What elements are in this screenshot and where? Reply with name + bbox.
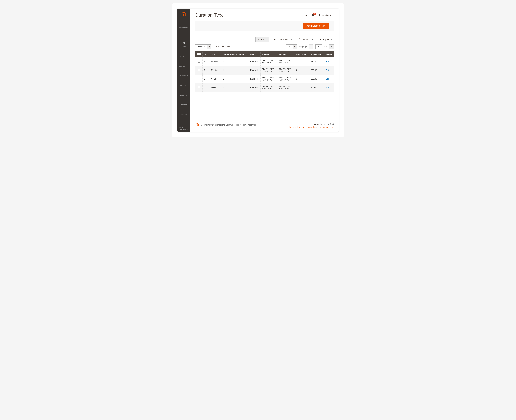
column-header[interactable]: Duration(Billing Cycle)	[221, 51, 249, 57]
eye-icon	[274, 38, 277, 41]
chevron-down-icon	[332, 15, 334, 15]
per-page-dropdown[interactable]: 20	[286, 45, 297, 49]
table-cell: Mar 28, 20244:22:14 PM	[277, 83, 295, 92]
table-cell	[195, 57, 203, 66]
table-cell: 1	[295, 83, 309, 92]
sidebar-item-catalog[interactable]: CATALOG	[177, 49, 190, 59]
magento-logo[interactable]	[177, 9, 190, 20]
sidebar-item-partners[interactable]: FIND PARTNERS & EXTENSIONS	[177, 119, 190, 132]
table-cell: Edit	[324, 83, 334, 92]
of-total: of 1	[324, 45, 327, 48]
filter-icon	[258, 38, 260, 41]
table-cell: Enabled	[249, 75, 261, 83]
table-cell: Mar 11, 20244:12:47 PM	[277, 75, 295, 83]
table-cell: $20.00	[309, 66, 324, 75]
search-button[interactable]	[304, 13, 308, 17]
sidebar-item-label: CATALOG	[180, 55, 187, 57]
table-cell: Enabled	[249, 66, 261, 75]
sidebar-item-sales[interactable]: $SALES	[177, 39, 190, 49]
table-row[interactable]: 4Daily1EnabledMar 28, 20244:22:14 PMMar …	[195, 83, 334, 92]
default-view-button[interactable]: Default View	[272, 37, 294, 42]
column-header[interactable]: Created	[261, 51, 277, 57]
per-page-label: per page	[299, 45, 307, 48]
sidebar-item-label: REPORTS	[180, 94, 187, 96]
user-menu[interactable]: adminnew	[318, 14, 334, 16]
table-cell	[195, 75, 203, 83]
sidebar-item-marketing[interactable]: MARKETING	[177, 68, 190, 78]
column-header[interactable]: Status	[249, 51, 261, 57]
table-cell: Monthly	[210, 66, 221, 75]
table-cell: Mar 11, 20244:12:47 PM	[277, 66, 295, 75]
chevron-right-icon	[331, 46, 332, 48]
export-icon	[319, 38, 322, 41]
sidebar-item-reports[interactable]: REPORTS	[177, 88, 190, 97]
table-cell: Weekly	[210, 57, 221, 66]
account-activity-link[interactable]: Account Activity	[303, 126, 317, 128]
column-header[interactable]: Sort Order	[295, 51, 309, 57]
table-cell: 4	[203, 83, 210, 92]
table-cell: 1	[295, 57, 309, 66]
edit-link[interactable]: Edit	[326, 60, 329, 63]
actions-bar: Add Duration Type	[195, 21, 334, 31]
footer-brand: Magento	[314, 123, 322, 125]
chevron-down-icon	[209, 46, 210, 47]
row-checkbox[interactable]	[198, 69, 200, 71]
select-all-checkbox[interactable]	[197, 53, 201, 55]
chevron-down-icon	[331, 39, 332, 40]
sidebar-item-label: SYSTEM	[181, 114, 187, 115]
mass-actions-dropdown[interactable]: Actions	[195, 45, 211, 49]
sidebar-item-dashboard[interactable]: DASHBOARD	[177, 20, 190, 30]
table-cell: Mar 11, 20244:12:47 PM	[277, 57, 295, 66]
footer-version: ver. 2.4.6-p4	[322, 123, 334, 125]
columns-button[interactable]: Columns	[296, 37, 315, 42]
sidebar-item-recurring[interactable]: RECURRING	[177, 30, 190, 39]
sidebar-item-customers[interactable]: CUSTOMERS	[177, 59, 190, 68]
sidebar-item-content[interactable]: CONTENT	[177, 78, 190, 88]
edit-link[interactable]: Edit	[326, 69, 329, 71]
column-header[interactable]: Modified	[277, 51, 295, 57]
table-row[interactable]: 3Yearly1EnabledMar 11, 20244:12:47 PMMar…	[195, 75, 334, 83]
column-header[interactable]: Action	[324, 51, 334, 57]
export-button[interactable]: Export	[317, 37, 334, 42]
table-cell: $5.00	[309, 83, 324, 92]
sidebar-item-label: RECURRING	[179, 36, 188, 38]
notifications-button[interactable]: 2	[312, 14, 315, 16]
magento-logo-icon	[181, 11, 187, 17]
table-cell: 1	[203, 57, 210, 66]
sales-icon: $	[183, 41, 185, 45]
page-footer: Copyright © 2024 Magento Commerce Inc. A…	[190, 120, 339, 132]
table-row[interactable]: 2Monthly1EnabledMar 11, 20244:12:47 PMMa…	[195, 66, 334, 75]
magento-logo-icon	[195, 123, 199, 127]
sidebar: DASHBOARDRECURRING$SALESCATALOGCUSTOMERS…	[177, 9, 190, 132]
table-cell: Edit	[324, 57, 334, 66]
user-icon	[318, 14, 321, 16]
sidebar-item-label: CUSTOMERS	[179, 65, 188, 67]
filters-button[interactable]: Filters	[255, 37, 269, 42]
next-page-button[interactable]	[329, 45, 334, 49]
row-checkbox[interactable]	[198, 60, 200, 63]
page-input[interactable]	[316, 45, 322, 49]
table-cell: Yearly	[210, 75, 221, 83]
report-issue-link[interactable]: Report an Issue	[319, 126, 334, 128]
page-title: Duration Type	[195, 12, 224, 18]
column-header[interactable]: ID↓	[203, 51, 210, 57]
prev-page-button[interactable]	[309, 45, 313, 49]
add-duration-type-button[interactable]: Add Duration Type	[303, 23, 329, 29]
edit-link[interactable]: Edit	[326, 86, 329, 89]
search-icon	[304, 13, 308, 17]
sidebar-item-stores[interactable]: STORES	[177, 97, 190, 107]
row-checkbox[interactable]	[198, 86, 200, 89]
privacy-policy-link[interactable]: Privacy Policy	[287, 126, 300, 128]
edit-link[interactable]: Edit	[326, 78, 329, 80]
chevron-down-icon	[312, 39, 313, 40]
sidebar-item-label: FIND PARTNERS & EXTENSIONS	[178, 125, 190, 130]
table-cell: Edit	[324, 75, 334, 83]
column-header[interactable]	[195, 51, 203, 57]
column-header[interactable]: Title	[210, 51, 221, 57]
table-row[interactable]: 1Weekly1EnabledMar 11, 20244:12:47 PMMar…	[195, 57, 334, 66]
sidebar-item-system[interactable]: SYSTEM	[177, 107, 190, 117]
column-header[interactable]: Initial Fees	[309, 51, 324, 57]
table-cell: Enabled	[249, 83, 261, 92]
svg-point-7	[305, 14, 307, 16]
row-checkbox[interactable]	[198, 77, 200, 80]
